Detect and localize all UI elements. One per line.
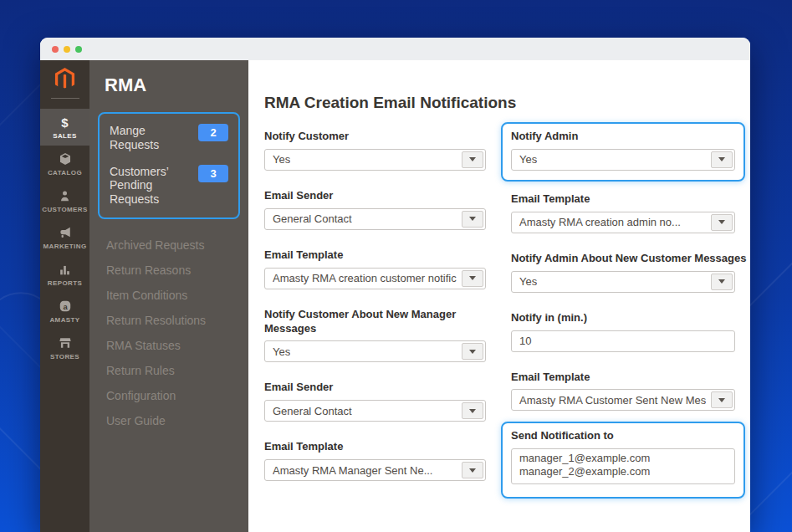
field-label: Email Sender [264, 189, 486, 203]
menu-item-manage-requests[interactable]: Mange Requests 2 [110, 124, 228, 152]
sidebar-item-catalog[interactable]: CATALOG [40, 146, 89, 182]
sidebar-item-label: MARKETING [43, 243, 86, 250]
menu-list: Archived Requests Return Reasons Item Co… [89, 231, 248, 435]
person-icon [59, 189, 71, 203]
menu-item-return-rules[interactable]: Return Rules [89, 358, 248, 383]
box-icon [59, 152, 72, 166]
magento-logo-icon [54, 68, 75, 90]
field-label: Email Sender [264, 381, 486, 395]
field-label: Notify Customer [264, 130, 486, 144]
chevron-down-icon[interactable] [462, 462, 483, 478]
settings-form: Notify Customer Yes Email Sender General… [264, 130, 735, 499]
menu-item-customers-pending-requests[interactable]: Customers’ Pending Requests 3 [110, 165, 228, 207]
notify-in-min-input[interactable] [511, 330, 735, 352]
field-email-template-customer-sent: Email Template Amasty RMA Customer Sent … [511, 371, 735, 412]
menu-item-rma-statuses[interactable]: RMA Statuses [89, 333, 248, 358]
email-template-select-1[interactable]: Amasty RMA creation customer notific... [264, 268, 486, 289]
field-send-notification-to: Send Notification to manager_1@example.c… [511, 429, 735, 488]
megaphone-icon [59, 226, 72, 240]
menu-item-user-guide[interactable]: User Guide [89, 408, 248, 433]
menu-item-label: Customers’ Pending Requests [110, 165, 190, 207]
field-notify-in-min: Notify in (min.) [511, 311, 735, 352]
menu-title: RMA [89, 60, 248, 105]
field-notify-customer-new-manager-messages: Notify Customer About New Manager Messag… [264, 308, 486, 363]
magento-logo[interactable] [40, 60, 89, 109]
sidebar-item-stores[interactable]: STORES [40, 330, 89, 366]
notify-admin-select[interactable]: Yes [511, 149, 735, 171]
field-notify-customer: Notify Customer Yes [264, 130, 486, 171]
field-label: Notify Customer About New Manager Messag… [264, 308, 486, 336]
desktop-background: $ SALES CATALOG CUSTOMERS [0, 0, 792, 532]
chevron-down-icon[interactable] [711, 214, 733, 231]
email-template-select-2[interactable]: Amasty RMA Manager Sent Ne... [264, 459, 486, 481]
field-label: Email Template [264, 440, 486, 454]
sidebar-item-customers[interactable]: CUSTOMERS [40, 182, 89, 219]
chevron-down-icon[interactable] [711, 274, 733, 290]
field-label: Send Notification to [511, 429, 735, 443]
window-titlebar [40, 38, 750, 60]
highlight-box-send-notification: Send Notification to manager_1@example.c… [501, 422, 745, 499]
field-email-template-admin: Email Template Amasty RMA creation admin… [511, 192, 735, 233]
field-label: Notify Admin About New Customer Messages [511, 252, 735, 266]
sidebar-item-label: SALES [53, 132, 77, 140]
sidebar-item-reports[interactable]: REPORTS [40, 256, 89, 293]
field-label: Email Template [511, 371, 735, 385]
sidebar-item-label: REPORTS [48, 279, 82, 287]
email-template-customer-sent-select[interactable]: Amasty RMA Customer Sent New Mes... [511, 389, 735, 411]
field-email-sender-2: Email Sender General Contact [264, 381, 486, 422]
chevron-down-icon[interactable] [462, 343, 483, 360]
email-sender-select-1[interactable]: General Contact [264, 208, 486, 230]
email-sender-select-2[interactable]: General Contact [264, 400, 486, 422]
sidebar-item-label: CUSTOMERS [42, 206, 88, 213]
store-icon [59, 336, 72, 350]
menu-item-return-reasons[interactable]: Return Reasons [89, 258, 248, 283]
field-email-template-1: Email Template Amasty RMA creation custo… [264, 248, 486, 289]
chevron-down-icon[interactable] [462, 211, 483, 228]
zoom-window-button[interactable] [75, 46, 82, 53]
divider [51, 98, 79, 99]
chevron-down-icon[interactable] [462, 151, 483, 168]
menu-item-label: Mange Requests [110, 124, 190, 152]
highlight-box-notify-admin: Notify Admin Yes [501, 122, 745, 182]
rma-menu-panel: RMA Mange Requests 2 Customers’ Pending … [89, 60, 248, 532]
field-label: Email Template [511, 192, 735, 207]
menu-item-item-conditions[interactable]: Item Conditions [89, 283, 248, 308]
notify-customer-messages-select[interactable]: Yes [264, 340, 486, 362]
chevron-down-icon[interactable] [462, 270, 483, 287]
notify-admin-messages-select[interactable]: Yes [511, 271, 735, 293]
menu-item-return-resolutions[interactable]: Return Resolutions [89, 308, 248, 333]
form-column-right: Notify Admin Yes Email Template Amasty R… [511, 130, 735, 499]
settings-content: RMA Creation Email Notifications Notify … [248, 60, 750, 532]
chevron-down-icon[interactable] [462, 402, 483, 419]
close-window-button[interactable] [52, 46, 59, 53]
window-body: $ SALES CATALOG CUSTOMERS [40, 60, 750, 532]
field-email-sender-1: Email Sender General Contact [264, 189, 486, 230]
menu-item-archived-requests[interactable]: Archived Requests [89, 233, 248, 258]
sidebar-item-label: AMASTY [49, 316, 79, 324]
sidebar-item-sales[interactable]: $ SALES [40, 109, 89, 146]
email-template-admin-select[interactable]: Amasty RMA creation admin no... [511, 212, 735, 233]
form-column-left: Notify Customer Yes Email Sender General… [264, 130, 486, 499]
field-notify-admin: Notify Admin Yes [511, 130, 735, 171]
amasty-icon: a [59, 299, 72, 314]
send-notification-to-textarea[interactable]: manager_1@example.com manager_2@example.… [511, 448, 735, 484]
count-badge: 2 [198, 124, 228, 141]
count-badge: 3 [198, 165, 228, 182]
admin-icon-sidebar: $ SALES CATALOG CUSTOMERS [40, 60, 89, 532]
chevron-down-icon[interactable] [711, 151, 733, 168]
field-label: Email Template [264, 248, 486, 263]
notify-customer-select[interactable]: Yes [264, 149, 486, 171]
sidebar-item-amasty[interactable]: a AMASTY [40, 293, 89, 330]
sidebar-item-marketing[interactable]: MARKETING [40, 219, 89, 256]
minimize-window-button[interactable] [64, 46, 70, 53]
dollar-icon: $ [61, 115, 68, 130]
menu-item-configuration[interactable]: Configuration [89, 383, 248, 408]
menu-highlight-box: Mange Requests 2 Customers’ Pending Requ… [98, 112, 240, 219]
chevron-down-icon[interactable] [711, 391, 733, 408]
sidebar-item-label: CATALOG [48, 169, 82, 176]
field-label: Notify in (min.) [511, 311, 735, 325]
sidebar-item-label: STORES [50, 353, 79, 361]
field-email-template-2: Email Template Amasty RMA Manager Sent N… [264, 440, 486, 481]
page-title: RMA Creation Email Notifications [264, 94, 735, 112]
field-label: Notify Admin [511, 130, 735, 144]
